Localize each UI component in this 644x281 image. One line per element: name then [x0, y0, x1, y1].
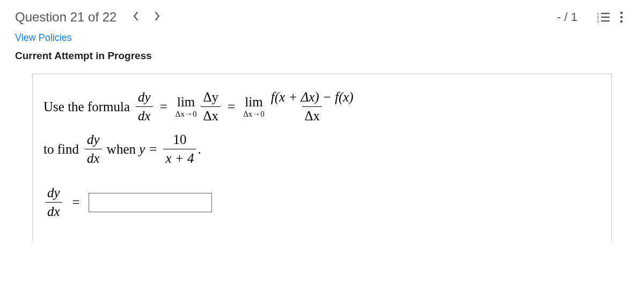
limit-1: lim Δx→0 — [175, 95, 197, 118]
question-title: Question 21 of 22 — [15, 10, 116, 25]
function-fraction: 10 x + 4 — [163, 132, 196, 167]
svg-text:3: 3 — [597, 19, 599, 23]
intro-text: Use the formula — [43, 99, 130, 115]
prev-question-button[interactable] — [133, 11, 139, 24]
y-equals: y = — [139, 141, 157, 157]
limit-2: lim Δx→0 — [243, 95, 265, 118]
svg-point-8 — [620, 20, 623, 23]
policies-row: View Policies — [0, 30, 644, 46]
svg-text:1: 1 — [597, 12, 599, 16]
svg-point-7 — [620, 16, 623, 19]
score-display: - / 1 — [557, 10, 577, 24]
question-body: Use the formula dy dx = lim Δx→0 Δy Δx =… — [32, 74, 612, 241]
question-header: Question 21 of 22 - / 1 1 2 3 — [0, 0, 644, 30]
svg-point-6 — [620, 12, 623, 15]
formula-line-2: to find dy dx when y = 10 x + 4 . — [43, 132, 601, 167]
more-menu-icon[interactable] — [614, 10, 629, 25]
period: . — [197, 141, 201, 157]
dy-dx-fraction: dy dx — [136, 89, 153, 124]
when-text: when — [104, 141, 140, 157]
view-policies-link[interactable]: View Policies — [15, 32, 72, 43]
to-find-text: to find — [43, 141, 79, 157]
dy-dx-fraction-2: dy dx — [85, 132, 102, 167]
answer-row: dy dx = — [43, 185, 601, 220]
equals-2: = — [228, 99, 235, 115]
equals-answer: = — [72, 194, 80, 211]
answer-input[interactable] — [89, 193, 212, 212]
attempt-status: Current Attempt in Progress — [0, 46, 644, 68]
answer-label-fraction: dy dx — [45, 185, 62, 220]
svg-text:2: 2 — [597, 16, 599, 19]
delta-fraction: Δy Δx — [201, 89, 221, 124]
next-question-button[interactable] — [154, 11, 160, 24]
formula-line-1: Use the formula dy dx = lim Δx→0 Δy Δx =… — [43, 89, 601, 124]
equals-1: = — [160, 99, 167, 115]
list-icon[interactable]: 1 2 3 — [596, 10, 611, 25]
difference-quotient: f(x + Δx) − f(x) Δx — [269, 89, 356, 124]
question-nav — [133, 11, 160, 24]
